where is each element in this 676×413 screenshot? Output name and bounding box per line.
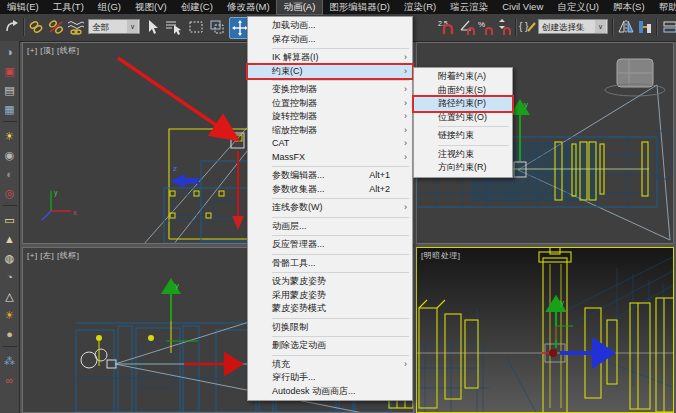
- constraints-submenu-item-attachment-constraint[interactable]: 附着约束(A): [414, 70, 512, 84]
- animation-menu-label: 保存动画...: [272, 34, 316, 44]
- track-table-icon[interactable]: ▦: [1, 100, 19, 119]
- molecule-icon[interactable]: ∞: [1, 371, 19, 390]
- menubar-item-cloud-render[interactable]: 瑞云渲染: [443, 0, 495, 14]
- constraints-submenu: 附着约束(A)曲面约束(S)路径约束(P)位置约束(O)链接约束注视约束方向约束…: [413, 67, 513, 178]
- menubar-item-scripting[interactable]: 脚本(S): [606, 0, 652, 14]
- menubar-item-customize[interactable]: 自定义(U): [550, 0, 606, 14]
- menubar-item-graph-editors[interactable]: 图形编辑器(D): [322, 0, 397, 14]
- animation-menu-item-transform-controllers[interactable]: 变换控制器›: [248, 83, 412, 97]
- animation-menu-item-walkthrough-assistant[interactable]: 穿行助手...: [248, 371, 412, 385]
- animation-menu-item-assume-skin-pose[interactable]: 采用蒙皮姿势: [248, 289, 412, 303]
- snap-toggle-icon[interactable]: 2.5: [438, 17, 458, 37]
- left-tool-strip: ◑▣▤▦☀◉◐◎▭▲◍◔△☀●⁂∞: [0, 41, 20, 413]
- menubar-item-modifiers[interactable]: 修改器(M): [220, 0, 277, 14]
- animation-menu-item-skin-pose-mode[interactable]: 蒙皮姿势模式: [248, 302, 412, 316]
- align-icon[interactable]: [636, 17, 656, 37]
- select-and-link-icon[interactable]: [26, 17, 46, 37]
- named-selection-sets-value: 创建选择集: [542, 22, 585, 32]
- glow-sphere-icon[interactable]: ◍: [1, 249, 19, 268]
- animation-menu-item-populate[interactable]: 填充›: [248, 358, 412, 372]
- window-crossing-icon[interactable]: [207, 17, 227, 37]
- animation-menu-item-toggle-limits[interactable]: 切换限制: [248, 321, 412, 335]
- unlink-selection-icon[interactable]: [46, 17, 66, 37]
- constraints-submenu-item-path-constraint[interactable]: 路径约束(P): [414, 97, 512, 111]
- menubar-item-civil-view[interactable]: Civil View: [495, 0, 550, 14]
- menubar-item-create[interactable]: 创建(C): [174, 0, 220, 14]
- select-by-name-icon[interactable]: [163, 17, 183, 37]
- plane-icon[interactable]: ▭: [1, 211, 19, 230]
- animation-menu-item-rotation-controllers[interactable]: 旋转控制器›: [248, 110, 412, 124]
- constraints-submenu-separator: [438, 126, 509, 127]
- teapot-render-icon[interactable]: ◑: [1, 43, 19, 62]
- animation-menu-item-animation-layers[interactable]: 动画层...: [248, 220, 412, 234]
- submenu-arrow-icon: ›: [404, 65, 407, 79]
- submenu-arrow-icon: ›: [404, 83, 407, 97]
- shadow-sphere-icon[interactable]: ◐: [1, 165, 19, 184]
- animation-menu-label: CAT: [272, 138, 289, 148]
- animation-menu-label: 蒙皮姿势模式: [272, 303, 326, 313]
- animation-menu-item-bone-tools[interactable]: 骨骼工具...: [248, 257, 412, 271]
- rectangular-selection-region-icon[interactable]: [186, 17, 206, 37]
- redo-icon[interactable]: [2, 17, 22, 37]
- animation-menu-item-parameter-collector[interactable]: 参数收集器...Alt+2: [248, 183, 412, 197]
- named-selection-sets-dropdown[interactable]: 创建选择集 ∨: [538, 19, 608, 34]
- animation-menu-item-position-controllers[interactable]: 位置控制器›: [248, 97, 412, 111]
- menubar-item-tools[interactable]: 工具(T): [46, 0, 91, 14]
- light-bulb-icon[interactable]: ☀: [1, 127, 19, 146]
- sun-icon[interactable]: ☀: [1, 306, 19, 325]
- animation-menu-item-cat[interactable]: CAT›: [248, 137, 412, 151]
- animation-menu-label: 采用蒙皮姿势: [272, 290, 326, 300]
- viewport-shaded[interactable]: [明暗处理]: [416, 247, 674, 413]
- constraints-submenu-item-lookat-constraint[interactable]: 注视约束: [414, 148, 512, 162]
- constraints-submenu-item-position-constraint[interactable]: 位置约束(O): [414, 111, 512, 125]
- spinner-snap-icon[interactable]: [494, 17, 514, 37]
- tan-sphere-icon[interactable]: ●: [1, 325, 19, 344]
- edit-named-selection-sets-icon[interactable]: { }: [518, 17, 538, 37]
- menubar-item-edit[interactable]: 编辑(E): [0, 0, 46, 14]
- menubar-item-group[interactable]: 组(G): [91, 0, 128, 14]
- animation-menu-item-parameter-editor[interactable]: 参数编辑器...Alt+1: [248, 169, 412, 183]
- animation-menu-item-wire-parameters[interactable]: 连线参数(W)›: [248, 201, 412, 215]
- animation-menu-item-set-skin-pose[interactable]: 设为蒙皮姿势: [248, 275, 412, 289]
- soft-cone-icon[interactable]: ▲: [1, 230, 19, 249]
- white-cone-icon[interactable]: △: [1, 287, 19, 306]
- animation-menu-item-massfx[interactable]: MassFX›: [248, 151, 412, 165]
- animation-menu-item-delete-selected-animation[interactable]: 删除选定动画: [248, 339, 412, 353]
- animation-menu: 加载动画...保存动画...IK 解算器(I)›约束(C)›变换控制器›位置控制…: [247, 16, 413, 401]
- rain-spray-icon[interactable]: ⁂: [1, 352, 19, 371]
- constraints-submenu-item-link-constraint[interactable]: 链接约束: [414, 129, 512, 143]
- angle-snap-icon[interactable]: [458, 17, 478, 37]
- animation-menu-item-ik-solvers[interactable]: IK 解算器(I)›: [248, 51, 412, 65]
- mirror-icon[interactable]: [616, 17, 636, 37]
- wire-teapot-icon[interactable]: ◔: [1, 268, 19, 287]
- bind-to-space-warp-icon[interactable]: [66, 17, 86, 37]
- menubar-item-animation[interactable]: 动画(A): [277, 0, 323, 14]
- animation-menu-item-load-animation[interactable]: 加载动画...: [248, 19, 412, 33]
- layer-manager-icon[interactable]: [660, 17, 676, 37]
- video-camera-icon[interactable]: ◎: [1, 184, 19, 203]
- viewport-shaded-label[interactable]: [明暗处理]: [421, 250, 460, 261]
- camera-gray-icon[interactable]: ◉: [1, 146, 19, 165]
- animation-menu-item-animation-store[interactable]: Autodesk 动画商店...: [248, 385, 412, 399]
- constraints-submenu-item-orientation-constraint[interactable]: 方向约束(R): [414, 161, 512, 175]
- select-object-icon[interactable]: [143, 17, 163, 37]
- animation-menu-item-constraints[interactable]: 约束(C)›: [248, 65, 412, 79]
- menubar-item-views[interactable]: 视图(V): [128, 0, 174, 14]
- axis-label-y: y: [54, 189, 58, 197]
- animation-menu-item-reaction-manager[interactable]: 反应管理器...: [248, 238, 412, 252]
- menubar-item-rendering[interactable]: 渲染(R): [397, 0, 443, 14]
- material-dialog-icon[interactable]: ▤: [1, 81, 19, 100]
- animation-menu-item-save-animation[interactable]: 保存动画...: [248, 33, 412, 47]
- constraints-submenu-item-surface-constraint[interactable]: 曲面约束(S): [414, 84, 512, 98]
- viewport-left-label[interactable]: [+] [左] [线框]: [27, 250, 79, 261]
- render-setup-icon[interactable]: ▣: [1, 62, 19, 81]
- animation-menu-item-scale-controllers[interactable]: 缩放控制器›: [248, 124, 412, 138]
- viewport-top-label[interactable]: [+] [顶] [线框]: [27, 45, 79, 56]
- animation-menu-label: 切换限制: [272, 322, 308, 332]
- percent-snap-icon[interactable]: %: [476, 17, 496, 37]
- axis-label-x: x: [73, 209, 77, 216]
- animation-menu-label: 参数编辑器...: [272, 170, 325, 180]
- animation-menu-separator: [272, 318, 409, 319]
- menubar-item-help[interactable]: 帮助(H): [652, 0, 676, 14]
- selection-filter-dropdown[interactable]: 全部 ∨: [88, 19, 140, 34]
